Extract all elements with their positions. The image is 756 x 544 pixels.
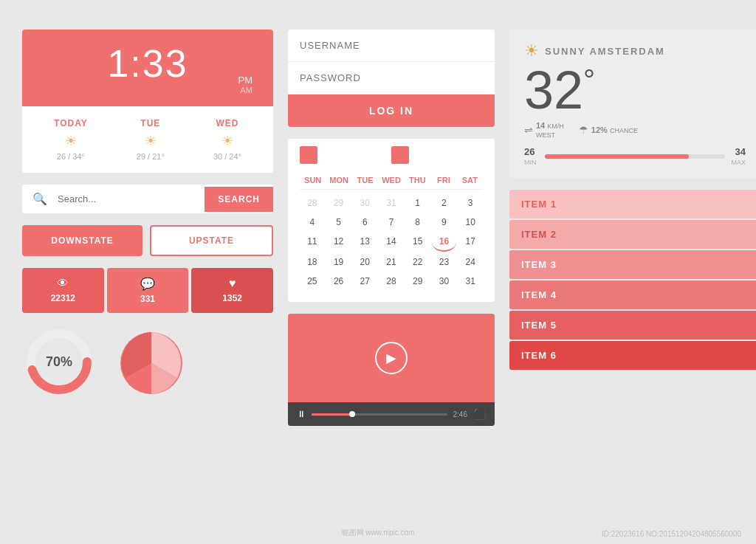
login-form: LOG IN	[288, 30, 495, 127]
stat-views: 👁 22312	[22, 268, 104, 313]
progress-dot	[349, 411, 355, 417]
cal-cell[interactable]: 2	[432, 194, 457, 212]
weather-tue: TUE ☀ 29 / 21°	[137, 118, 165, 161]
search-button[interactable]: SEARCH	[205, 187, 273, 212]
cal-cell[interactable]: 27	[352, 272, 377, 290]
weather-widget: ☀ SUNNY AMSTERDAM 32° ⇌ 14 KM/HWEST ☂ 12…	[509, 30, 756, 178]
cal-cell[interactable]: 10	[458, 213, 483, 231]
play-button[interactable]: ▶	[375, 342, 408, 374]
temp-min-label: 26 MIN	[524, 146, 539, 166]
comment-icon: 💬	[113, 277, 183, 291]
calendar-tab-right[interactable]	[391, 146, 409, 164]
cal-cell[interactable]: 15	[405, 233, 430, 252]
downstate-button[interactable]: DOWNSTATE	[22, 225, 142, 256]
pause-button[interactable]: ⏸	[297, 409, 306, 419]
cal-cell[interactable]: 31	[458, 272, 483, 290]
cal-cell[interactable]: 26	[326, 272, 351, 290]
calendar-body: 28 29 30 31 1 2 3 4 5 6 7 8 9 10 11 12 1	[300, 194, 483, 290]
username-input[interactable]	[288, 30, 495, 62]
list-item-3[interactable]: ITEM 3	[509, 250, 756, 279]
cal-cell[interactable]: 13	[352, 233, 377, 252]
cal-cell[interactable]: 7	[379, 213, 404, 231]
video-area: ▶	[288, 314, 495, 402]
cal-cell[interactable]: 21	[379, 253, 404, 271]
cal-cell[interactable]: 30	[432, 272, 457, 290]
temp-range-bar	[545, 154, 725, 159]
temp-max-label: 34 MAX	[731, 146, 746, 166]
cal-cell[interactable]: 29	[405, 272, 430, 290]
calendar-grid: SUN MON TUE WED THU FRI SAT 28 29 30 31 …	[288, 164, 495, 302]
watermark-id: ID:22023616 NO:20151204204805560000	[602, 530, 741, 538]
sun-icon-wed: ☀	[213, 133, 241, 149]
cal-cell[interactable]: 1	[405, 194, 430, 212]
sun-icon-today: ☀	[54, 133, 88, 149]
fullscreen-icon[interactable]: ⬛	[473, 408, 486, 420]
temp-range: 26 MIN 34 MAX	[524, 146, 746, 166]
cal-cell[interactable]: 23	[432, 253, 457, 271]
cal-cell[interactable]: 8	[405, 213, 430, 231]
calendar-header: SUN MON TUE WED THU FRI SAT	[300, 171, 483, 190]
wind-icon: ⇌	[524, 124, 533, 136]
item-list: ITEM 1 ITEM 2 ITEM 3 ITEM 4 ITEM 5 ITEM …	[509, 190, 756, 370]
cal-cell[interactable]: 6	[352, 213, 377, 231]
cal-cell[interactable]: 20	[352, 253, 377, 271]
cal-cell[interactable]: 31	[379, 194, 404, 212]
calendar-tab-left[interactable]	[300, 146, 317, 164]
clock-ampm: PM AM	[40, 75, 252, 94]
state-buttons: DOWNSTATE UPSTATE	[22, 225, 273, 256]
search-icon: 🔍	[22, 185, 58, 213]
weather-wed: WED ☀ 30 / 24°	[213, 118, 241, 161]
login-button[interactable]: LOG IN	[288, 94, 495, 127]
cal-cell[interactable]: 12	[326, 233, 351, 252]
progress-fill	[312, 413, 352, 416]
wind-detail: ⇌ 14 KM/HWEST	[524, 121, 564, 139]
video-player: ▶ ⏸ 2:46 ⬛	[288, 314, 495, 426]
rain-detail: ☂ 12% CHANCE	[579, 121, 638, 139]
weather-city-row: ☀ SUNNY AMSTERDAM	[524, 41, 746, 61]
search-bar: 🔍 SEARCH	[22, 185, 273, 213]
list-item-6[interactable]: ITEM 6	[509, 341, 756, 370]
cal-cell[interactable]: 14	[379, 233, 404, 252]
cal-cell[interactable]: 9	[432, 213, 457, 231]
upstate-button[interactable]: UPSTATE	[150, 225, 273, 256]
cal-cell[interactable]: 17	[458, 233, 483, 252]
cal-cell[interactable]: 30	[352, 194, 377, 212]
pie-chart	[111, 325, 192, 399]
city-name: SUNNY AMSTERDAM	[545, 46, 665, 57]
stat-views-value: 22312	[28, 293, 98, 303]
list-item-2[interactable]: ITEM 2	[509, 220, 756, 249]
sun-big-icon: ☀	[524, 41, 539, 61]
weather-details: ⇌ 14 KM/HWEST ☂ 12% CHANCE	[524, 121, 746, 139]
cal-cell[interactable]: 18	[300, 253, 325, 271]
cal-cell-today[interactable]: 16	[432, 233, 457, 252]
password-input[interactable]	[288, 62, 495, 94]
cal-cell[interactable]: 3	[458, 194, 483, 212]
cal-cell[interactable]: 5	[326, 213, 351, 231]
progress-bar[interactable]	[312, 413, 447, 416]
list-item-1[interactable]: ITEM 1	[509, 190, 756, 218]
cal-cell[interactable]: 4	[300, 213, 325, 231]
donut-chart: 70%	[22, 325, 96, 399]
video-controls: ⏸ 2:46 ⬛	[288, 402, 495, 426]
calendar-tabs	[288, 139, 495, 164]
search-input[interactable]	[58, 193, 205, 204]
cal-cell[interactable]: 28	[379, 272, 404, 290]
list-item-5[interactable]: ITEM 5	[509, 311, 756, 340]
cal-cell[interactable]: 24	[458, 253, 483, 271]
cal-cell[interactable]: 22	[405, 253, 430, 271]
stat-likes: ♥ 1352	[191, 268, 273, 313]
list-item-4[interactable]: ITEM 4	[509, 280, 756, 309]
clock-widget: 1:33 PM AM TODAY ☀ 26 / 34° TUE ☀ 29 / 2…	[22, 30, 273, 173]
clock-top: 1:33 PM AM	[22, 30, 273, 106]
cal-cell[interactable]: 11	[300, 233, 325, 252]
weather-today: TODAY ☀ 26 / 34°	[54, 118, 88, 161]
donut-label: 70%	[46, 354, 72, 370]
cal-cell[interactable]: 29	[326, 194, 351, 212]
eye-icon: 👁	[28, 277, 98, 290]
sun-icon-tue: ☀	[137, 133, 165, 149]
cal-cell[interactable]: 19	[326, 253, 351, 271]
temperature-display: 32°	[524, 63, 746, 117]
cal-cell[interactable]: 25	[300, 272, 325, 290]
cal-cell[interactable]: 28	[300, 194, 325, 212]
watermark-site: 昵图网 www.nipic.com	[342, 528, 415, 538]
